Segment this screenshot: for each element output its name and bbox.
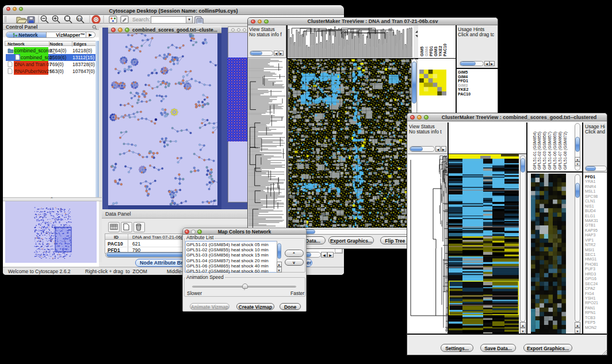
- svg-text:GPL51-03 (GSM856): GPL51-03 (GSM856): [542, 132, 547, 170]
- svg-text:PAC10: PAC10: [443, 44, 447, 56]
- svg-text:GPL51-08 (GSM872): GPL51-08 (GSM872): [563, 132, 568, 170]
- svg-text:YKE2: YKE2: [438, 46, 442, 56]
- svg-text:GIM3: GIM3: [434, 47, 438, 56]
- svg-text:Search:: Search:: [132, 16, 150, 22]
- svg-text:GPL51-06 (GSM865): GPL51-06 (GSM865): [553, 132, 557, 170]
- svg-text:GPL51-04 (GSM857): GPL51-04 (GSM857): [548, 132, 552, 170]
- svg-text:1:1: 1:1: [77, 17, 81, 20]
- svg-text:PFD1: PFD1: [429, 46, 433, 56]
- svg-text:GIM4: GIM4: [424, 47, 429, 56]
- svg-text:GPL51-01 (GSM854): GPL51-01 (GSM854): [533, 132, 537, 170]
- svg-text:GPL51-07 (GSM868): GPL51-07 (GSM868): [558, 132, 563, 170]
- svg-text:GPL51-02 (GSM855): GPL51-02 (GSM855): [538, 132, 542, 170]
- svg-text:GIM5: GIM5: [420, 47, 424, 56]
